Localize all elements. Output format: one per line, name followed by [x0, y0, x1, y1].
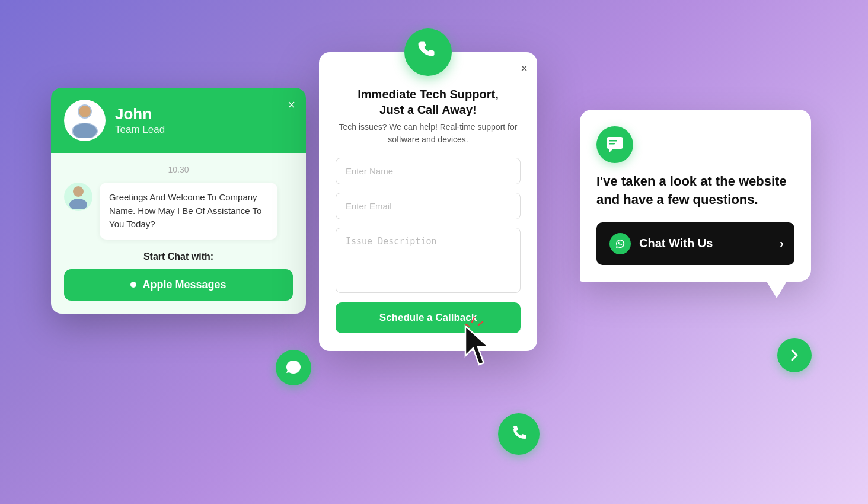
floating-phone-icon-bottom[interactable]	[498, 413, 540, 455]
center-card-title: Immediate Tech Support,Just a Call Away!	[358, 87, 498, 117]
svg-rect-13	[609, 143, 615, 145]
email-field-group	[319, 193, 537, 219]
chat-icon-circle	[596, 126, 633, 163]
svg-point-5	[73, 186, 84, 197]
chat-bubble: Greetings And Welcome To Company Name. H…	[100, 183, 277, 240]
agent-role: Team Lead	[115, 124, 293, 136]
start-chat-label: Start Chat with:	[64, 251, 293, 262]
floating-chat-icon-left[interactable]	[276, 350, 311, 385]
agent-name: John	[115, 105, 293, 123]
svg-point-15	[614, 237, 627, 250]
name-input[interactable]	[336, 158, 521, 184]
apple-messages-button[interactable]: Apple Messages	[64, 269, 293, 301]
chat-with-us-button[interactable]: Chat With Us ›	[596, 222, 794, 265]
close-button-left[interactable]: ×	[288, 98, 295, 111]
svg-point-3	[73, 123, 97, 138]
center-card-top: × Immediate Tech Support,Just a Call Awa…	[319, 52, 537, 158]
issue-textarea[interactable]	[336, 228, 521, 293]
svg-marker-14	[609, 149, 613, 152]
whatsapp-icon	[609, 233, 631, 254]
chat-widget-body: 10.30 Greetings And Welcome To Company N…	[51, 153, 306, 314]
chat-widget-header: John Team Lead ×	[51, 88, 306, 153]
email-input[interactable]	[336, 193, 521, 219]
svg-point-6	[69, 199, 87, 209]
chat-with-us-label: Chat With Us	[639, 237, 713, 250]
chat-timestamp: 10.30	[64, 165, 293, 174]
right-card-icon-row	[596, 126, 794, 163]
center-card-subtitle: Tech issues? We can help! Real-time supp…	[337, 121, 519, 146]
center-phone-card: × Immediate Tech Support,Just a Call Awa…	[319, 52, 537, 351]
right-card-text: I've taken a look at the website and hav…	[596, 173, 794, 209]
name-field-group	[319, 158, 537, 184]
phone-icon-circle	[404, 28, 452, 76]
floating-chevron-icon[interactable]	[777, 338, 812, 372]
apple-dot	[130, 282, 136, 288]
right-chat-card: I've taken a look at the website and hav…	[580, 110, 811, 282]
close-button-center[interactable]: ×	[521, 62, 528, 75]
agent-info: John Team Lead	[115, 105, 293, 135]
message-avatar	[64, 183, 92, 211]
svg-point-4	[79, 106, 90, 116]
svg-rect-12	[609, 140, 617, 142]
svg-rect-11	[607, 137, 623, 149]
chat-message-row: Greetings And Welcome To Company Name. H…	[64, 183, 293, 240]
left-chat-widget: John Team Lead × 10.30 Greetings And Wel…	[51, 88, 306, 314]
chevron-right-icon: ›	[780, 237, 784, 250]
apple-messages-label: Apple Messages	[142, 279, 226, 291]
agent-avatar	[64, 100, 106, 141]
schedule-callback-button[interactable]: Schedule a Callback	[336, 302, 521, 333]
